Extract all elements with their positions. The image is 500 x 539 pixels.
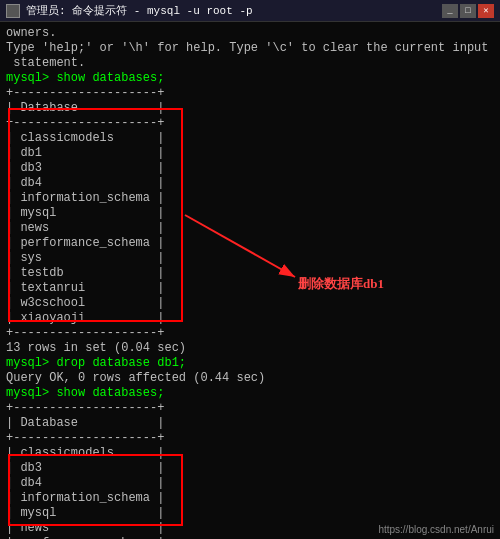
cmd-icon bbox=[6, 4, 20, 18]
terminal-line: +--------------------+ bbox=[6, 86, 494, 101]
terminal-line: | information_schema | bbox=[6, 491, 494, 506]
terminal-line: | performance_schema | bbox=[6, 236, 494, 251]
terminal-line: | db1 | bbox=[6, 146, 494, 161]
terminal-line: | db3 | bbox=[6, 461, 494, 476]
terminal-line: 13 rows in set (0.04 sec) bbox=[6, 341, 494, 356]
close-button[interactable]: ✕ bbox=[478, 4, 494, 18]
maximize-button[interactable]: □ bbox=[460, 4, 476, 18]
terminal-line: | Database | bbox=[6, 416, 494, 431]
minimize-button[interactable]: _ bbox=[442, 4, 458, 18]
terminal-line: | mysql | bbox=[6, 206, 494, 221]
terminal-line: | textanrui | bbox=[6, 281, 494, 296]
terminal-line: Query OK, 0 rows affected (0.44 sec) bbox=[6, 371, 494, 386]
terminal-line: | w3cschool | bbox=[6, 296, 494, 311]
terminal-line: | mysql | bbox=[6, 506, 494, 521]
title-bar-left: 管理员: 命令提示符 - mysql -u root -p bbox=[6, 3, 253, 18]
watermark: https://blog.csdn.net/Anrui bbox=[378, 524, 494, 535]
title-bar: 管理员: 命令提示符 - mysql -u root -p _ □ ✕ bbox=[0, 0, 500, 22]
terminal-line: owners. bbox=[6, 26, 494, 41]
terminal-line: +--------------------+ bbox=[6, 401, 494, 416]
terminal-line: | sys | bbox=[6, 251, 494, 266]
terminal-line: | db4 | bbox=[6, 476, 494, 491]
terminal-line: | db4 | bbox=[6, 176, 494, 191]
title-bar-text: 管理员: 命令提示符 - mysql -u root -p bbox=[26, 3, 253, 18]
terminal-line: | news | bbox=[6, 221, 494, 236]
terminal-line: | xiaoyaoji | bbox=[6, 311, 494, 326]
terminal-line: mysql> drop database db1; bbox=[6, 356, 494, 371]
terminal-line: +--------------------+ bbox=[6, 326, 494, 341]
terminal: owners.Type 'help;' or '\h' for help. Ty… bbox=[0, 22, 500, 539]
terminal-line: | classicmodels | bbox=[6, 131, 494, 146]
terminal-line: mysql> show databases; bbox=[6, 386, 494, 401]
terminal-line: | classicmodels | bbox=[6, 446, 494, 461]
terminal-line: | db3 | bbox=[6, 161, 494, 176]
terminal-line: mysql> show databases; bbox=[6, 71, 494, 86]
terminal-line: Type 'help;' or '\h' for help. Type '\c'… bbox=[6, 41, 494, 56]
terminal-line: +--------------------+ bbox=[6, 116, 494, 131]
title-bar-buttons: _ □ ✕ bbox=[442, 4, 494, 18]
terminal-line: | testdb | bbox=[6, 266, 494, 281]
terminal-line: +--------------------+ bbox=[6, 431, 494, 446]
terminal-line: | information_schema | bbox=[6, 191, 494, 206]
terminal-line: statement. bbox=[6, 56, 494, 71]
terminal-line: | Database | bbox=[6, 101, 494, 116]
